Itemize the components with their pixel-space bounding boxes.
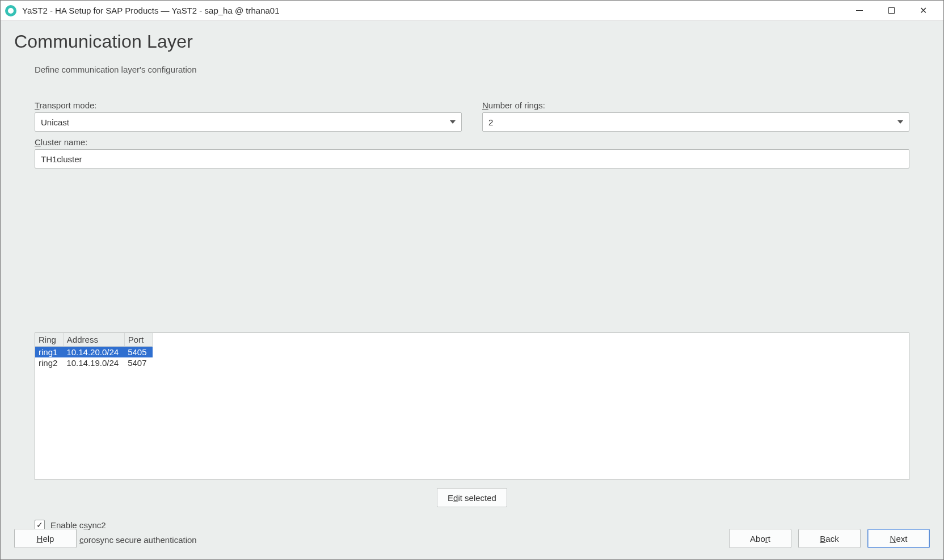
cell-port: 5405 — [124, 347, 152, 358]
cluster-name-label: Cluster name: — [35, 137, 909, 147]
chevron-down-icon — [450, 120, 456, 124]
col-port[interactable]: Port — [124, 333, 152, 347]
titlebar: YaST2 - HA Setup for SAP Products — YaST… — [1, 1, 943, 21]
num-rings-group: Number of rings: 2 — [482, 100, 909, 132]
cell-address: 10.14.19.0/24 — [63, 357, 124, 368]
ring-table-container[interactable]: Ring Address Port ring110.14.20.0/245405… — [35, 332, 909, 480]
form-area: Define communication layer's configurati… — [14, 65, 930, 549]
enable-csync2-label: Enable csync2 — [50, 520, 106, 530]
cell-port: 5407 — [124, 357, 152, 368]
app-window: YaST2 - HA Setup for SAP Products — YaST… — [0, 0, 944, 560]
cell-ring: ring1 — [35, 347, 63, 358]
back-button[interactable]: Back — [798, 529, 861, 548]
cluster-name-group: Cluster name: TH1cluster — [35, 137, 909, 328]
col-address[interactable]: Address — [63, 333, 124, 347]
maximize-button[interactable] — [875, 1, 907, 21]
next-button[interactable]: Next — [867, 529, 930, 548]
table-row[interactable]: ring210.14.19.0/245407 — [35, 357, 153, 368]
help-button[interactable]: Help — [14, 529, 77, 548]
window-controls: ✕ — [844, 1, 939, 21]
cell-ring: ring2 — [35, 357, 63, 368]
num-rings-select[interactable]: 2 — [482, 112, 909, 132]
window-title: YaST2 - HA Setup for SAP Products — YaST… — [22, 6, 844, 15]
transport-mode-label: Transport mode: — [35, 100, 462, 110]
footer-buttons: Help Abort Back Next — [14, 529, 930, 548]
row-transport-rings: Transport mode: Unicast Number of rings:… — [35, 100, 909, 132]
edit-selected-button[interactable]: Edit selected — [437, 488, 507, 507]
cluster-name-input[interactable]: TH1cluster — [35, 149, 909, 169]
page-title: Communication Layer — [14, 31, 930, 52]
maximize-icon — [888, 7, 895, 14]
app-icon — [5, 5, 16, 16]
cell-address: 10.14.20.0/24 — [63, 347, 124, 358]
abort-button[interactable]: Abort — [729, 529, 791, 548]
num-rings-value: 2 — [488, 117, 493, 127]
transport-mode-group: Transport mode: Unicast — [35, 100, 462, 132]
page-subtitle: Define communication layer's configurati… — [35, 65, 909, 74]
edit-selected-row: Edit selected — [35, 488, 909, 507]
transport-mode-select[interactable]: Unicast — [35, 112, 462, 132]
col-ring[interactable]: Ring — [35, 333, 63, 347]
transport-mode-value: Unicast — [41, 117, 69, 127]
content-area: Communication Layer Define communication… — [1, 21, 943, 559]
cluster-name-value: TH1cluster — [41, 154, 82, 164]
minimize-button[interactable] — [844, 1, 875, 21]
num-rings-label: Number of rings: — [482, 100, 909, 110]
chevron-down-icon — [897, 120, 903, 124]
table-row[interactable]: ring110.14.20.0/245405 — [35, 347, 153, 358]
close-icon: ✕ — [920, 6, 927, 15]
ring-table: Ring Address Port ring110.14.20.0/245405… — [35, 333, 153, 368]
minimize-icon — [856, 10, 863, 11]
close-button[interactable]: ✕ — [907, 1, 939, 21]
ring-table-header-row: Ring Address Port — [35, 333, 153, 347]
